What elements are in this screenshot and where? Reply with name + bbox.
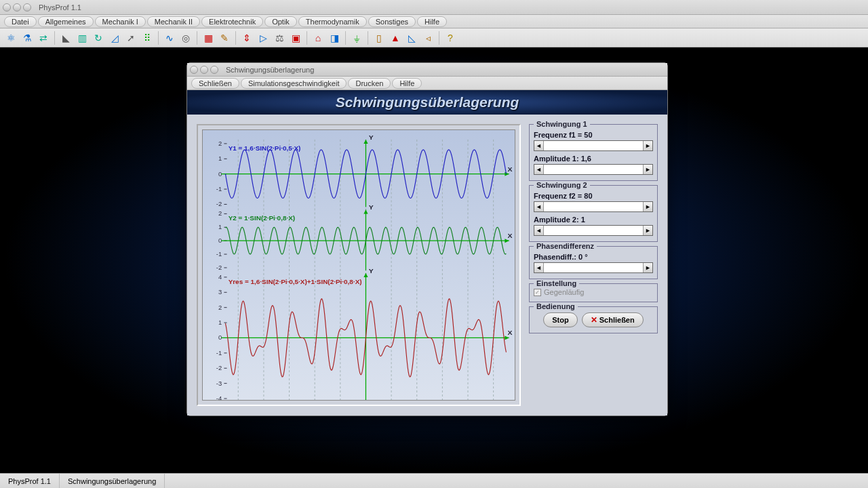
controls-panel: Schwingung 1 Frequenz f1 = 50 ◄► Amplitu… [529, 124, 658, 406]
child-menu-schließen[interactable]: Schließen [191, 78, 239, 89]
arrow-left-icon[interactable]: ◄ [534, 226, 544, 235]
svg-text:3: 3 [218, 289, 222, 296]
slider-freq1[interactable]: ◄► [534, 140, 653, 151]
svg-text:-2: -2 [216, 201, 222, 208]
plug-icon[interactable]: ⏚ [350, 31, 363, 45]
svg-text:X: X [508, 329, 513, 337]
warn-icon[interactable]: ▲ [389, 31, 402, 45]
svg-text:Y1 = 1,6·SIN(2·Pi·0,5·X): Y1 = 1,6·SIN(2·Pi·0,5·X) [229, 144, 301, 152]
child-menu-simulationsgeschwindigkeit[interactable]: Simulationsgeschwindigkeit [241, 78, 347, 89]
status-app: PhysProf 1.1 [0, 474, 60, 488]
child-max-btn[interactable] [210, 66, 218, 74]
gauge-icon[interactable]: ◨ [328, 31, 341, 45]
arrow-right-icon[interactable]: ► [643, 165, 652, 174]
chart-icon[interactable]: ▥ [75, 31, 89, 45]
wave-icon[interactable]: ∿ [163, 31, 176, 45]
status-doc: Schwingungsüberlagerung [60, 474, 165, 488]
status-bar: PhysProf 1.1 Schwingungsüberlagerung [0, 473, 868, 488]
menu-optik[interactable]: Optik [264, 16, 297, 27]
svg-text:2: 2 [218, 211, 222, 218]
arrow-left-icon[interactable]: ◄ [534, 263, 544, 272]
child-menu-drucken[interactable]: Drucken [348, 78, 391, 89]
slider-amp2[interactable]: ◄► [534, 225, 653, 236]
slider-amp1[interactable]: ◄► [534, 164, 653, 175]
menu-datei[interactable]: Datei [4, 16, 37, 27]
target-icon[interactable]: ◎ [179, 31, 193, 45]
balance-icon[interactable]: ⚖ [273, 31, 286, 45]
slider-phase[interactable]: ◄► [534, 262, 653, 273]
svg-text:Y: Y [369, 204, 374, 211]
svg-text:1: 1 [218, 319, 222, 326]
slider-icon[interactable]: ⇕ [240, 31, 254, 45]
window-close-btn[interactable] [3, 3, 11, 12]
link-icon[interactable]: ⇄ [37, 31, 50, 45]
main-toolbar: ⚛⚗⇄◣▥↻◿➚⠿∿◎▦✎⇕▷⚖▣⌂◨⏚▯▲◺◃? [0, 28, 868, 47]
house-icon[interactable]: ⌂ [311, 31, 325, 45]
child-close-btn[interactable] [190, 66, 198, 74]
svg-text:4: 4 [218, 274, 222, 281]
tri-icon[interactable]: ▷ [256, 31, 270, 45]
arrow-right-icon[interactable]: ► [643, 226, 652, 235]
svg-marker-66 [363, 273, 368, 277]
window-max-btn[interactable] [23, 3, 31, 12]
child-menu-hilfe[interactable]: Hilfe [392, 78, 422, 89]
svg-marker-24 [363, 140, 368, 144]
svg-text:-3: -3 [216, 380, 222, 387]
paint-icon[interactable]: ▦ [201, 31, 215, 45]
dropper-icon[interactable]: ✎ [218, 31, 231, 45]
menu-sonstiges[interactable]: Sonstiges [368, 16, 416, 27]
label-phase: Phasendiff.: 0 ° [534, 253, 653, 261]
svg-text:Y: Y [369, 134, 374, 141]
arrow-right-icon[interactable]: ► [643, 141, 652, 150]
group-schwingung2: Schwingung 2 Frequenz f2 = 80 ◄► Amplitu… [529, 185, 658, 242]
arrow-left-icon[interactable]: ◄ [534, 202, 544, 211]
menu-elektrotechnik[interactable]: Elektrotechnik [201, 16, 263, 27]
checkbox-gegenlaufig[interactable]: ✓ Gegenläufig [534, 288, 653, 296]
svg-text:Yres = 1,6·SIN(2·Pi·0,5·X)+1·S: Yres = 1,6·SIN(2·Pi·0,5·X)+1·SIN(2·Pi·0,… [229, 278, 362, 285]
vector-icon[interactable]: ➚ [124, 31, 138, 45]
group-title-action: Bedienung [534, 302, 578, 310]
menu-thermodynamik[interactable]: Thermodynamik [298, 16, 367, 27]
child-window-title: Schwingungsüberlagerung [226, 66, 314, 74]
svg-text:-1: -1 [216, 251, 222, 258]
svg-marker-41 [363, 209, 368, 214]
arrow-left-icon[interactable]: ◄ [534, 165, 544, 174]
label-amp1: Amplitude 1: 1,6 [534, 155, 653, 163]
grid-icon[interactable]: ⠿ [140, 31, 154, 45]
rotate-icon[interactable]: ↻ [92, 31, 105, 45]
frame-icon[interactable]: ▣ [289, 31, 302, 45]
child-min-btn[interactable] [200, 66, 208, 74]
main-menubar: DateiAllgemeinesMechanik IMechanik IIEle… [0, 15, 868, 28]
menu-mechaniki[interactable]: Mechanik I [95, 16, 146, 27]
help-icon[interactable]: ? [443, 31, 457, 45]
group-phase: Phasendifferenz Phasendiff.: 0 ° ◄► [529, 246, 658, 279]
flask-icon[interactable]: ⚗ [20, 31, 34, 45]
child-menubar: SchließenSimulationsgeschwindigkeitDruck… [187, 77, 667, 90]
temp-icon[interactable]: ▯ [372, 31, 386, 45]
lens-icon[interactable]: ◃ [421, 31, 435, 45]
check-icon: ✓ [534, 289, 541, 296]
menu-allgemeines[interactable]: Allgemeines [38, 16, 94, 27]
molecule-icon[interactable]: ⚛ [4, 31, 18, 45]
close-button[interactable]: ✕Schließen [582, 312, 644, 327]
window-min-btn[interactable] [13, 3, 21, 12]
svg-text:-2: -2 [216, 264, 222, 271]
arrow-right-icon[interactable]: ► [643, 202, 652, 211]
prism-icon[interactable]: ◺ [405, 31, 418, 45]
plot-frame: -2-1012YXY1 = 1,6·SIN(2·Pi·0,5·X)-2-1012… [197, 124, 521, 406]
slider-freq2[interactable]: ◄► [534, 201, 653, 212]
stop-button[interactable]: Stop [543, 312, 577, 327]
svg-text:2: 2 [218, 304, 222, 311]
child-titlebar: Schwingungsüberlagerung [187, 63, 667, 77]
angle-icon[interactable]: ◣ [59, 31, 73, 45]
label-freq1: Frequenz f1 = 50 [534, 131, 653, 139]
menu-hilfe[interactable]: Hilfe [417, 16, 447, 27]
arrow-right-icon[interactable]: ► [643, 263, 652, 272]
ruler-icon[interactable]: ◿ [108, 31, 121, 45]
arrow-left-icon[interactable]: ◄ [534, 141, 544, 150]
group-title-setting: Einstellung [534, 279, 579, 287]
child-heading: Schwingungsüberlagerung [336, 94, 519, 110]
menu-mechanikii[interactable]: Mechanik II [147, 16, 200, 27]
label-amp2: Amplitude 2: 1 [534, 216, 653, 224]
svg-text:1: 1 [218, 224, 222, 230]
